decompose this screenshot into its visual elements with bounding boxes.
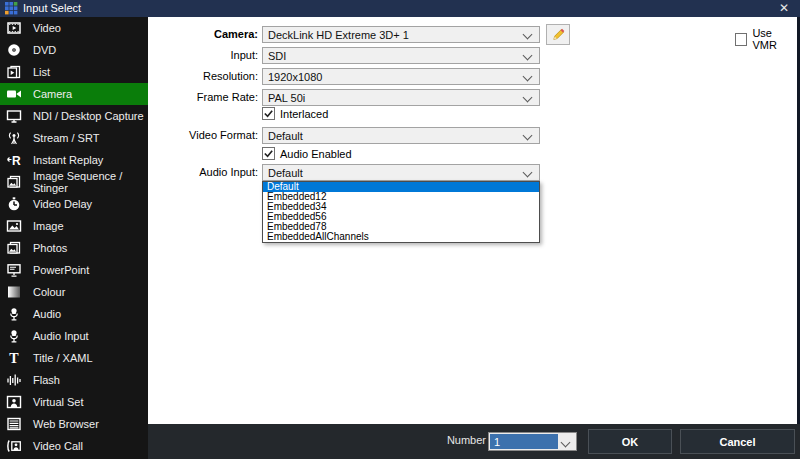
pencil-icon [551, 27, 566, 42]
sidebar-item-label: List [33, 66, 50, 78]
use-vmr-row: Use VMR [735, 27, 797, 51]
window-title: Input Select [23, 2, 81, 14]
audio-input-option-embedded78[interactable]: Embedded78 [263, 222, 539, 232]
sidebar-item-instant-replay[interactable]: RInstant Replay [0, 149, 148, 171]
list-icon [5, 64, 23, 80]
sidebar-item-flash[interactable]: Flash [0, 369, 148, 391]
ndi-desktop-capture-icon [5, 108, 23, 124]
video-format-label: Video Format: [152, 129, 258, 141]
audio-input-select[interactable]: Default [262, 164, 540, 181]
image-sequence-stinger-icon [5, 174, 23, 190]
resolution-value: 1920x1080 [268, 71, 322, 83]
sidebar-item-stream-srt[interactable]: Stream / SRT [0, 127, 148, 149]
sidebar-item-label: Video Delay [33, 198, 92, 210]
image-icon [5, 218, 23, 234]
camera-select[interactable]: DeckLink HD Extreme 3D+ 1 [262, 26, 540, 43]
camera-label: Camera: [152, 28, 258, 40]
chevron-down-icon [523, 51, 533, 61]
sidebar-item-title-xaml[interactable]: TTitle / XAML [0, 347, 148, 369]
sidebar-item-label: Camera [33, 88, 72, 100]
use-vmr-checkbox[interactable] [735, 33, 747, 46]
input-value: SDI [268, 50, 286, 62]
chevron-down-icon [523, 72, 533, 82]
sidebar-item-label: Colour [33, 286, 65, 298]
interlaced-checkbox[interactable] [262, 107, 275, 120]
vmix-logo-icon [5, 2, 18, 15]
sidebar-item-web-browser[interactable]: Web Browser [0, 413, 148, 435]
audio-input-option-embedded34[interactable]: Embedded34 [263, 202, 539, 212]
number-value: 1 [490, 434, 558, 449]
sidebar-item-list[interactable]: List [0, 61, 148, 83]
sidebar-item-video[interactable]: Video [0, 17, 148, 39]
sidebar-item-virtual-set[interactable]: Virtual Set [0, 391, 148, 413]
stream-srt-icon [5, 130, 23, 146]
interlaced-label: Interlaced [280, 108, 328, 120]
sidebar-item-label: DVD [33, 44, 56, 56]
audio-input-option-embedded12[interactable]: Embedded12 [263, 192, 539, 202]
video-format-select[interactable]: Default [262, 127, 540, 144]
instant-replay-icon: R [5, 152, 23, 168]
camera-value: DeckLink HD Extreme 3D+ 1 [268, 29, 409, 41]
audio-input-icon [5, 328, 23, 344]
sidebar: VideoDVDListCameraNDI / Desktop CaptureS… [0, 17, 148, 459]
close-icon[interactable]: ✕ [779, 1, 789, 16]
sidebar-item-audio[interactable]: Audio [0, 303, 148, 325]
sidebar-item-ndi-desktop-capture[interactable]: NDI / Desktop Capture [0, 105, 148, 127]
resolution-select[interactable]: 1920x1080 [262, 68, 540, 85]
video-delay-icon [5, 196, 23, 212]
check-icon [263, 148, 274, 159]
resolution-label: Resolution: [152, 70, 258, 82]
video-icon [5, 20, 23, 36]
sidebar-item-photos[interactable]: Photos [0, 237, 148, 259]
audio-enabled-label: Audio Enabled [280, 148, 352, 160]
sidebar-item-label: Photos [33, 242, 67, 254]
use-vmr-label: Use VMR [752, 27, 797, 51]
number-select[interactable]: 1 [488, 432, 577, 451]
title-xaml-icon: T [5, 350, 23, 366]
sidebar-item-video-call[interactable]: Video Call [0, 435, 148, 457]
dvd-icon [5, 42, 23, 58]
audio-icon [5, 306, 23, 322]
edit-camera-button[interactable] [546, 24, 570, 45]
sidebar-item-label: Audio Input [33, 330, 89, 342]
ok-button[interactable]: OK [588, 429, 672, 454]
audio-enabled-checkbox[interactable] [262, 147, 275, 160]
colour-icon [5, 284, 23, 300]
frame-rate-select[interactable]: PAL 50i [262, 89, 540, 106]
cancel-button[interactable]: Cancel [680, 429, 795, 454]
audio-input-option-embeddedallchannels[interactable]: EmbeddedAllChannels [263, 232, 539, 242]
audio-input-label: Audio Input: [152, 166, 258, 178]
sidebar-item-label: Image [33, 220, 64, 232]
interlaced-row: Interlaced [262, 107, 328, 120]
svg-text:T: T [9, 351, 19, 366]
svg-text:R: R [12, 154, 21, 168]
sidebar-item-camera[interactable]: Camera [0, 83, 148, 105]
web-browser-icon [5, 416, 23, 432]
sidebar-item-dvd[interactable]: DVD [0, 39, 148, 61]
sidebar-item-image-sequence-stinger[interactable]: Image Sequence / Stinger [0, 171, 148, 193]
photos-icon [5, 240, 23, 256]
sidebar-item-powerpoint[interactable]: PowerPoint [0, 259, 148, 281]
number-label: Number [418, 434, 486, 446]
audio-input-value: Default [268, 167, 303, 179]
chevron-down-icon [523, 168, 533, 178]
camera-icon [5, 86, 23, 102]
audio-input-option-embedded56[interactable]: Embedded56 [263, 212, 539, 222]
input-select[interactable]: SDI [262, 47, 540, 64]
audio-input-option-default[interactable]: Default [263, 182, 539, 192]
sidebar-item-label: Web Browser [33, 418, 99, 430]
chevron-down-icon [523, 131, 533, 141]
sidebar-item-label: Video Call [33, 440, 83, 452]
video-call-icon [5, 438, 23, 454]
sidebar-item-video-delay[interactable]: Video Delay [0, 193, 148, 215]
title-bar: Input Select ✕ [0, 0, 800, 17]
powerpoint-icon [5, 262, 23, 278]
frame-rate-value: PAL 50i [268, 92, 305, 104]
sidebar-item-label: Stream / SRT [33, 132, 99, 144]
sidebar-item-audio-input[interactable]: Audio Input [0, 325, 148, 347]
sidebar-item-label: Audio [33, 308, 61, 320]
sidebar-item-label: Image Sequence / Stinger [33, 170, 148, 194]
sidebar-item-image[interactable]: Image [0, 215, 148, 237]
sidebar-item-colour[interactable]: Colour [0, 281, 148, 303]
chevron-down-icon [561, 438, 571, 448]
